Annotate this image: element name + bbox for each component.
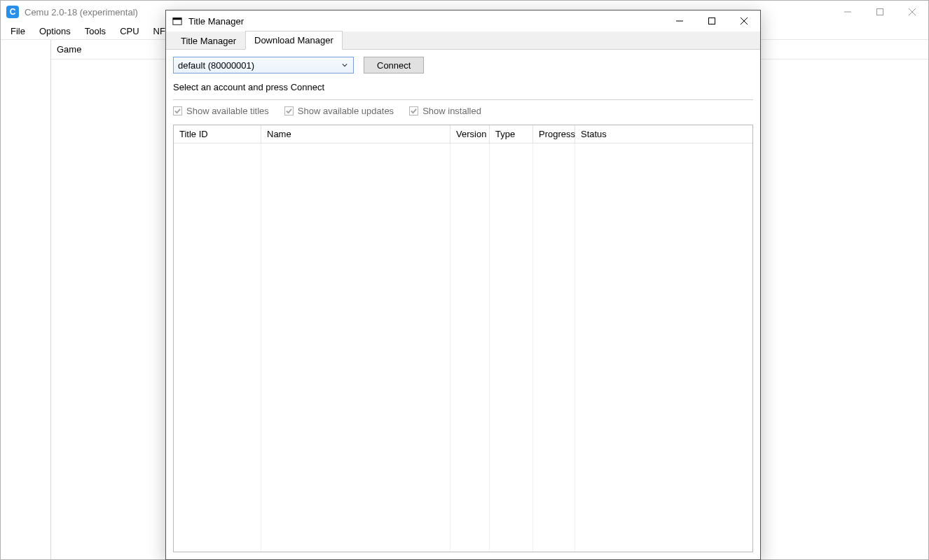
filter-checkboxes: Show available titles Show available upd…	[173, 106, 753, 116]
side-gutter	[1, 40, 51, 559]
tab-download-manager[interactable]: Download Manager	[245, 31, 343, 50]
main-maximize-button[interactable]	[864, 1, 896, 23]
menu-file[interactable]: File	[4, 24, 32, 38]
check-available-titles[interactable]: Show available titles	[173, 106, 269, 116]
tabstrip: Title Manager Download Manager	[166, 31, 760, 50]
check-installed[interactable]: Show installed	[409, 106, 481, 116]
table-header: Title ID Name Version Type Progress Stat…	[174, 125, 752, 144]
dialog-window-controls	[663, 10, 760, 31]
svg-rect-7	[709, 18, 715, 24]
main-window-controls	[832, 1, 928, 23]
title-manager-icon	[172, 15, 183, 27]
download-manager-panel: default (80000001) Connect Select an acc…	[166, 50, 760, 559]
app-icon: C	[6, 6, 19, 18]
connect-button[interactable]: Connect	[364, 57, 424, 74]
check-available-updates[interactable]: Show available updates	[284, 106, 394, 116]
account-select-value: default (80000001)	[178, 60, 254, 71]
downloads-table: Title ID Name Version Type Progress Stat…	[173, 125, 753, 552]
dialog-maximize-button[interactable]	[696, 10, 728, 31]
connect-hint: Select an account and press Connect	[173, 82, 753, 92]
main-minimize-button[interactable]	[832, 1, 864, 23]
checkbox-icon	[284, 106, 294, 115]
check-available-updates-label: Show available updates	[298, 106, 394, 116]
col-status[interactable]: Status	[575, 125, 752, 144]
svg-rect-1	[877, 9, 883, 15]
dialog-titlebar[interactable]: Title Manager	[166, 10, 760, 31]
dialog-close-button[interactable]	[728, 10, 760, 31]
check-installed-label: Show installed	[422, 106, 481, 116]
dialog-title: Title Manager	[188, 16, 244, 27]
col-title-id[interactable]: Title ID	[174, 125, 261, 144]
table-body	[174, 144, 752, 552]
col-version[interactable]: Version	[450, 125, 490, 144]
main-window-title: Cemu 2.0-18 (experimental)	[25, 7, 138, 18]
dialog-minimize-button[interactable]	[663, 10, 696, 31]
title-manager-dialog: Title Manager Title Manager Download Man…	[165, 10, 761, 560]
main-close-button[interactable]	[896, 1, 928, 23]
checkbox-icon	[173, 106, 182, 115]
menu-tools[interactable]: Tools	[78, 24, 113, 38]
menu-cpu[interactable]: CPU	[113, 24, 146, 38]
col-progress[interactable]: Progress	[533, 125, 575, 144]
menu-options[interactable]: Options	[32, 24, 78, 38]
checkbox-icon	[409, 106, 418, 115]
col-name[interactable]: Name	[261, 125, 450, 144]
svg-rect-5	[173, 18, 181, 20]
chevron-down-icon	[339, 62, 350, 68]
check-available-titles-label: Show available titles	[186, 106, 269, 116]
tab-title-manager[interactable]: Title Manager	[172, 31, 245, 50]
divider	[173, 99, 753, 100]
account-select[interactable]: default (80000001)	[173, 57, 354, 74]
col-type[interactable]: Type	[490, 125, 533, 144]
